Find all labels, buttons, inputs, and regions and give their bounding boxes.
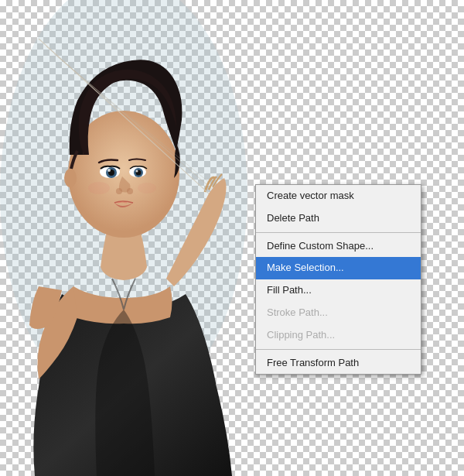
menu-item-fill-path[interactable]: Fill Path... bbox=[256, 279, 421, 302]
menu-item-delete-path[interactable]: Delete Path bbox=[256, 207, 421, 230]
menu-separator bbox=[256, 349, 421, 350]
menu-separator bbox=[256, 232, 421, 233]
menu-item-define-custom-shape[interactable]: Define Custom Shape... bbox=[256, 235, 421, 258]
svg-point-11 bbox=[127, 188, 133, 194]
menu-item-stroke-path: Stroke Path... bbox=[256, 302, 421, 324]
context-menu: Create vector maskDelete PathDefine Cust… bbox=[255, 184, 421, 375]
menu-item-clipping-path: Clipping Path... bbox=[256, 324, 421, 347]
canvas: Create vector maskDelete PathDefine Cust… bbox=[0, 0, 464, 476]
svg-point-5 bbox=[107, 169, 111, 172]
menu-item-create-vector-mask[interactable]: Create vector mask bbox=[256, 185, 421, 207]
svg-point-10 bbox=[116, 188, 122, 194]
svg-point-13 bbox=[88, 182, 110, 194]
menu-item-make-selection[interactable]: Make Selection... bbox=[256, 257, 421, 279]
svg-point-12 bbox=[64, 169, 77, 187]
svg-point-14 bbox=[138, 183, 156, 193]
menu-item-free-transform-path[interactable]: Free Transform Path bbox=[256, 352, 421, 375]
svg-point-9 bbox=[136, 170, 138, 173]
photo-layer bbox=[0, 0, 255, 476]
